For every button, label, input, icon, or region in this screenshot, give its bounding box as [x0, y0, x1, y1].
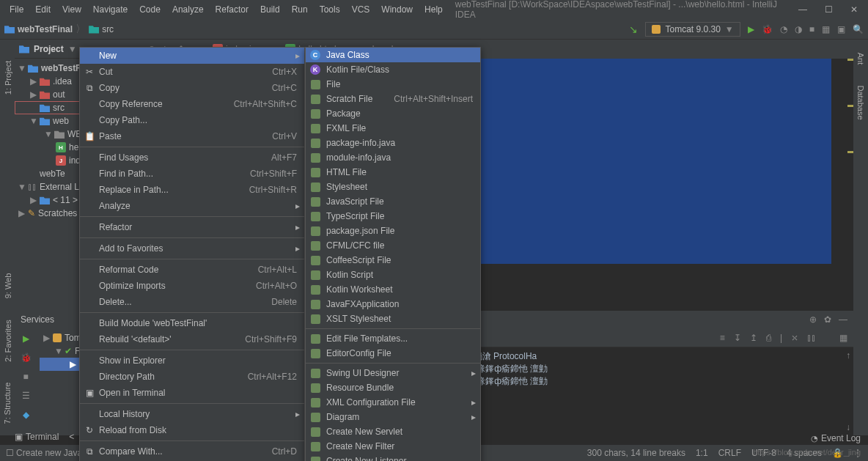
menu-item[interactable]: Kotlin Worksheet: [306, 282, 480, 297]
stop-icon[interactable]: ■: [809, 24, 814, 34]
menu-item[interactable]: Scratch FileCtrl+Alt+Shift+Insert: [306, 92, 480, 106]
breadcrumb-current[interactable]: src: [102, 24, 114, 34]
menu-item[interactable]: KKotlin File/Class: [306, 62, 480, 77]
minimize-icon[interactable]: —: [798, 4, 807, 15]
menu-item[interactable]: Show in Explorer: [80, 353, 304, 369]
maximize-icon[interactable]: ☐: [825, 4, 833, 15]
menu-item[interactable]: ↻Reload from Disk: [80, 422, 304, 438]
menu-item[interactable]: Copy ReferenceCtrl+Alt+Shift+C: [80, 96, 304, 112]
stop-icon[interactable]: ■: [18, 369, 33, 384]
target-icon[interactable]: ⊕: [809, 314, 817, 325]
scroll-up-icon[interactable]: ↥: [750, 333, 757, 343]
print-icon[interactable]: ⎙: [766, 333, 771, 343]
menu-item[interactable]: Resource Bundle: [306, 380, 480, 395]
menu-item[interactable]: package-info.java: [306, 136, 480, 150]
menu-item[interactable]: Create New Servlet: [306, 424, 480, 439]
menu-item[interactable]: ✂CutCtrl+X: [80, 64, 304, 80]
tab-terminal[interactable]: ▣ Terminal: [15, 432, 59, 442]
clear-icon[interactable]: ⤬: [791, 333, 798, 343]
menu-navigate[interactable]: Navigate: [88, 2, 133, 17]
menu-item[interactable]: Refactor: [80, 219, 304, 235]
menu-item[interactable]: CFML/CFC file: [306, 238, 480, 253]
menu-item[interactable]: module-info.java: [306, 150, 480, 165]
menu-item[interactable]: Diagram: [306, 410, 480, 424]
menu-help[interactable]: Help: [419, 2, 448, 17]
menu-item[interactable]: Optimize ImportsCtrl+Alt+O: [80, 278, 304, 294]
scroll-down-icon[interactable]: ↓: [846, 422, 850, 432]
tab-more[interactable]: <: [69, 432, 74, 442]
menu-item[interactable]: Swing UI Designer: [306, 366, 480, 380]
menu-analyze[interactable]: Analyze: [167, 2, 209, 17]
close-icon[interactable]: ✕: [850, 4, 858, 15]
menu-item[interactable]: TypeScript File: [306, 209, 480, 224]
wrap-icon[interactable]: ≡: [720, 333, 725, 343]
breadcrumb-root[interactable]: webTestFinal: [18, 24, 73, 34]
tab-structure[interactable]: 7: Structure: [3, 383, 12, 424]
layout-icon[interactable]: ▦: [839, 333, 847, 343]
menu-item[interactable]: Find in Path...Ctrl+Shift+F: [80, 166, 304, 182]
coverage-icon[interactable]: ◔: [780, 24, 787, 34]
debug-button[interactable]: 🐞: [762, 24, 773, 34]
menu-item[interactable]: Build Module 'webTestFinal': [80, 315, 304, 331]
status-pos[interactable]: 1:1: [696, 448, 708, 458]
hide-icon[interactable]: —: [839, 314, 847, 325]
sep-icon[interactable]: ◆: [18, 407, 33, 422]
run-config-select[interactable]: Tomcat 9.0.30▼: [645, 22, 740, 37]
menu-item[interactable]: XML Configuration File: [306, 395, 480, 410]
menu-item[interactable]: Analyze: [80, 198, 304, 214]
menu-item[interactable]: ▣Open in Terminal: [80, 385, 304, 401]
menu-item[interactable]: Directory PathCtrl+Alt+F12: [80, 369, 304, 385]
menu-item[interactable]: EditorConfig File: [306, 346, 480, 361]
menu-vcs[interactable]: VCS: [347, 2, 375, 17]
run-button[interactable]: ▶: [748, 24, 754, 34]
status-crlf[interactable]: CRLF: [718, 448, 741, 458]
menu-edit[interactable]: Edit: [30, 2, 56, 17]
menu-run[interactable]: Run: [287, 2, 313, 17]
vcs-icon[interactable]: ▦: [822, 24, 830, 34]
run-icon[interactable]: ▶: [18, 331, 33, 346]
tab-favorites[interactable]: 2: Favorites: [4, 320, 12, 361]
gear-icon[interactable]: ✿: [824, 314, 831, 325]
menu-item[interactable]: package.json File: [306, 224, 480, 238]
menu-window[interactable]: Window: [376, 2, 418, 17]
menu-item[interactable]: ⧉CopyCtrl+C: [80, 80, 304, 96]
menu-item[interactable]: HTML File: [306, 165, 480, 180]
menu-item[interactable]: CoffeeScript File: [306, 253, 480, 268]
menu-item[interactable]: New: [80, 48, 304, 64]
menu-item[interactable]: Reformat CodeCtrl+Alt+L: [80, 262, 304, 278]
tab-web[interactable]: 9: Web: [4, 273, 12, 299]
menu-item[interactable]: XSLT Stylesheet: [306, 311, 480, 326]
menu-view[interactable]: View: [57, 2, 87, 17]
menu-item[interactable]: 📋PasteCtrl+V: [80, 128, 304, 144]
menu-file[interactable]: File: [4, 2, 29, 17]
ide-icon[interactable]: ▣: [837, 24, 845, 34]
menu-item[interactable]: Package: [306, 106, 480, 121]
menu-item[interactable]: ⧉Compare With...Ctrl+D: [80, 443, 304, 460]
menu-item[interactable]: Edit File Templates...: [306, 331, 480, 346]
menu-item[interactable]: FXML File: [306, 121, 480, 136]
menu-item[interactable]: Rebuild '<default>'Ctrl+Shift+F9: [80, 331, 304, 347]
menu-item[interactable]: Create New Listener: [306, 454, 480, 461]
menu-item[interactable]: Copy Path...: [80, 112, 304, 128]
menu-item[interactable]: Find UsagesAlt+F7: [80, 150, 304, 166]
debug-icon[interactable]: 🐞: [18, 350, 33, 365]
menu-item[interactable]: CJava Class: [306, 48, 480, 62]
menu-item[interactable]: Local History: [80, 406, 304, 422]
menu-item[interactable]: JavaFXApplication: [306, 297, 480, 311]
menu-item[interactable]: Replace in Path...Ctrl+Shift+R: [80, 182, 304, 198]
build-icon[interactable]: ↘: [629, 23, 638, 35]
menu-code[interactable]: Code: [134, 2, 166, 17]
profile-icon[interactable]: ◑: [795, 24, 802, 34]
event-log-button[interactable]: ◔ Event Log: [811, 433, 861, 443]
menu-item[interactable]: File: [306, 77, 480, 92]
menu-item[interactable]: Add to Favorites: [80, 240, 304, 257]
more-icon[interactable]: ⫿⫿: [807, 333, 816, 343]
tab-database[interactable]: Database: [856, 85, 865, 119]
search-icon[interactable]: 🔍: [853, 24, 864, 34]
menu-build[interactable]: Build: [255, 2, 285, 17]
tab-ant[interactable]: Ant: [856, 53, 865, 65]
menu-item[interactable]: Stylesheet: [306, 180, 480, 194]
scroll-up-icon[interactable]: ↑: [846, 350, 850, 361]
tab-project[interactable]: 1: Project: [4, 61, 12, 95]
menu-item[interactable]: Kotlin Script: [306, 268, 480, 282]
